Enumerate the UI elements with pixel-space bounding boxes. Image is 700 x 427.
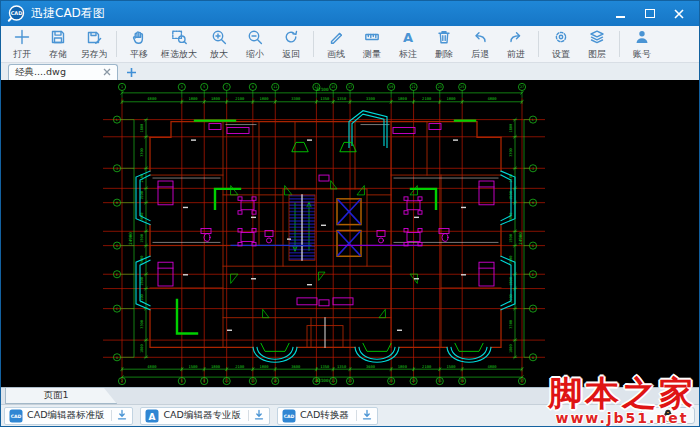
drawing-canvas[interactable]: 4800180018002100180033001350135033001800…: [1, 80, 699, 387]
svg-text:17: 17: [348, 85, 352, 89]
statusbar-divider: [248, 410, 249, 421]
statusbar-item-label: CAD编辑器标准版: [27, 409, 104, 422]
tab-close-icon[interactable]: [103, 67, 111, 78]
toolbar-button-zoom-out[interactable]: 缩小: [237, 27, 273, 62]
svg-text:3: 3: [181, 85, 183, 89]
download-icon[interactable]: [116, 409, 128, 423]
toolbar-button-label: 前进: [507, 50, 525, 59]
toolbar-button-pan[interactable]: 平移: [121, 27, 157, 62]
svg-text:A: A: [532, 356, 534, 360]
svg-text:A: A: [403, 30, 413, 45]
svg-text:1800: 1800: [140, 124, 144, 133]
toolbar-button-layers[interactable]: 图层: [579, 27, 615, 62]
svg-text:25: 25: [389, 379, 393, 383]
toolbar-button-back[interactable]: 后退: [462, 27, 498, 62]
toolbar-button-delete[interactable]: 删除: [426, 27, 462, 62]
svg-text:3300: 3300: [509, 320, 513, 329]
svg-text:2100: 2100: [235, 96, 245, 101]
toolbar-button-zoom-in[interactable]: 放大: [201, 27, 237, 62]
statusbar-item-3[interactable]: CADCAD转换器: [277, 407, 378, 425]
svg-text:11: 11: [273, 85, 277, 89]
toolbar-button-open[interactable]: 打开: [4, 27, 40, 62]
save-icon: [50, 29, 66, 49]
toolbar-button-label: 存储: [49, 50, 67, 59]
toolbar-button-account[interactable]: 账号: [624, 27, 660, 62]
svg-text:1500: 1500: [140, 277, 144, 286]
back-icon: [472, 29, 488, 49]
svg-text:1500: 1500: [140, 191, 144, 200]
toolbar-button-return[interactable]: 返回: [273, 27, 309, 62]
new-tab-button[interactable]: [126, 64, 137, 80]
titlebar[interactable]: CAD 迅捷CAD看图: [1, 1, 699, 26]
document-tab[interactable]: 经典....dwg: [8, 64, 118, 80]
svg-text:15: 15: [331, 85, 335, 89]
toolbar-button-box-zoom[interactable]: 框选放大: [157, 27, 201, 62]
toolbar-button-annotate[interactable]: A标注: [390, 27, 426, 62]
toolbar-button-label: 缩小: [246, 50, 264, 59]
maximize-button[interactable]: [635, 1, 664, 26]
svg-text:L: L: [116, 118, 118, 122]
toolbar-button-settings[interactable]: 设置: [543, 27, 579, 62]
toolbar-button-measure[interactable]: 测量: [354, 27, 390, 62]
minimize-button[interactable]: [606, 1, 635, 26]
svg-text:J: J: [532, 167, 534, 171]
app-window: CAD 迅捷CAD看图 打开存储另存为平移框选放大放大缩小返回画线测量A标注删除…: [0, 0, 700, 427]
window-title: 迅捷CAD看图: [31, 5, 105, 22]
svg-text:21: 21: [331, 379, 335, 383]
toolbar-button-save[interactable]: 存储: [40, 27, 76, 62]
close-button[interactable]: [664, 1, 693, 26]
svg-text:CAD: CAD: [284, 414, 295, 419]
toolbar-button-label: 框选放大: [161, 50, 197, 59]
svg-text:31: 31: [438, 379, 442, 383]
svg-text:9: 9: [252, 85, 254, 89]
statusbar-item-1[interactable]: CADCAD编辑器标准版: [4, 407, 133, 425]
toolbar-button-label: 删除: [435, 50, 453, 59]
svg-text:1800: 1800: [211, 364, 221, 369]
toolbar-separator: [116, 31, 117, 57]
statusbar-divider: [356, 410, 357, 421]
status-bar: CADCAD编辑器标准版ACAD编辑器专业版CADCAD转换器: [1, 404, 699, 426]
pan-icon: [131, 29, 147, 49]
cad-floorplan: 4800180018002100180033001350135033001800…: [1, 80, 699, 387]
svg-text:13: 13: [251, 379, 255, 383]
svg-text:CAD: CAD: [11, 10, 23, 16]
annotate-icon: A: [400, 29, 416, 49]
svg-text:1350: 1350: [320, 96, 330, 101]
svg-text:1500: 1500: [509, 234, 513, 243]
svg-text:1800: 1800: [509, 124, 513, 133]
svg-text:1800: 1800: [509, 344, 513, 353]
svg-text:L: L: [532, 118, 534, 122]
download-icon[interactable]: [361, 409, 373, 423]
svg-text:19: 19: [389, 85, 393, 89]
download-icon[interactable]: [253, 409, 265, 423]
svg-text:3300: 3300: [366, 96, 376, 101]
toolbar-button-draw-line[interactable]: 画线: [318, 27, 354, 62]
svg-text:G: G: [116, 244, 118, 248]
toolbar-button-label: 后退: [471, 50, 489, 59]
page-bar: 页面1: [1, 387, 699, 404]
svg-text:A: A: [116, 356, 118, 360]
svg-text:1800: 1800: [398, 96, 408, 101]
svg-text:G: G: [532, 244, 534, 248]
page-tab[interactable]: 页面1: [5, 388, 117, 404]
return-icon: [283, 29, 299, 49]
qq-support-button[interactable]: [641, 407, 695, 424]
statusbar-item-2[interactable]: ACAD编辑器专业版: [140, 407, 269, 425]
toolbar-button-label: 返回: [282, 50, 300, 59]
svg-text:E: E: [116, 273, 118, 277]
toolbar-button-forward[interactable]: 前进: [498, 27, 534, 62]
toolbar-button-label: 设置: [552, 50, 570, 59]
svg-text:4800: 4800: [147, 96, 157, 101]
svg-text:28: 28: [412, 379, 416, 383]
svg-text:C: C: [116, 307, 118, 311]
svg-text:2100: 2100: [235, 364, 245, 369]
toolbar-button-label: 图层: [588, 50, 606, 59]
layers-icon: [589, 29, 605, 49]
toolbar-button-save-as[interactable]: 另存为: [76, 27, 112, 62]
svg-text:2100: 2100: [422, 364, 432, 369]
svg-text:3300: 3300: [291, 96, 301, 101]
measure-icon: [364, 29, 380, 49]
svg-text:5: 5: [181, 379, 183, 383]
svg-text:1800: 1800: [259, 96, 269, 101]
svg-text:3600: 3600: [291, 364, 301, 369]
